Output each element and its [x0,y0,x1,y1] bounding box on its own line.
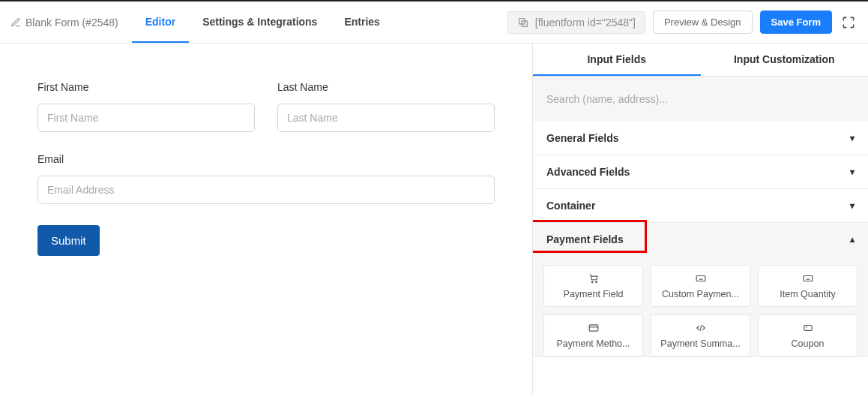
section-container-label: Container [546,200,595,212]
section-payment-label: Payment Fields [546,233,624,245]
field-card[interactable]: Coupon [758,314,858,356]
first-name-field: First Name [37,81,255,132]
form-canvas: First Name Last Name Email Submit [0,44,532,395]
section-advanced-fields: Advanced Fields ▾ [533,155,868,189]
copy-icon [517,17,529,29]
section-advanced-label: Advanced Fields [546,166,630,178]
tab-input-fields[interactable]: Input Fields [533,44,701,76]
svg-point-3 [595,281,597,282]
shortcode-text: [fluentform id="2548"] [535,17,636,29]
field-card-label: Payment Metho... [557,338,630,349]
chevron-down-icon: ▾ [850,167,855,177]
email-input[interactable] [37,176,495,204]
main: First Name Last Name Email Submit Input … [0,44,868,395]
chevron-down-icon: ▾ [850,133,855,143]
save-form-button[interactable]: Save Form [760,11,832,34]
cart-icon [588,273,600,286]
submit-button[interactable]: Submit [37,225,100,256]
section-general-label: General Fields [546,132,618,144]
shortcode-box[interactable]: [fluentform id="2548"] [507,11,645,34]
field-card-label: Custom Paymen... [662,289,739,299]
form-title-text: Blank Form (#2548) [25,17,118,29]
section-general-fields-head[interactable]: General Fields ▾ [533,122,868,155]
form-title[interactable]: Blank Form (#2548) [10,17,132,29]
panel-search-wrap [533,77,868,122]
tab-entries[interactable]: Entries [331,2,393,43]
keyboard-icon [694,273,708,286]
keyboard-icon [801,273,815,286]
svg-rect-6 [589,324,598,330]
svg-point-2 [591,281,593,282]
field-card[interactable]: Custom Paymen... [651,265,750,307]
field-card-label: Payment Field [564,289,624,299]
field-card-label: Payment Summa... [660,338,740,349]
last-name-input[interactable] [277,104,495,132]
field-card-label: Item Quantity [780,289,835,299]
tab-settings[interactable]: Settings & Integrations [189,2,331,43]
code-icon [694,323,708,335]
section-general-fields: General Fields ▾ [533,122,868,155]
fullscreen-icon [841,15,856,30]
svg-rect-7 [804,325,812,330]
panel-search-input[interactable] [543,87,858,111]
first-name-label: First Name [37,81,255,93]
pencil-icon [10,17,21,28]
field-card[interactable]: Payment Field [543,265,643,307]
main-tabs: Editor Settings & Integrations Entries [132,2,394,43]
chevron-down-icon: ▾ [850,200,855,211]
section-payment-fields-head[interactable]: Payment Fields ▴ [533,223,868,256]
payment-fields-grid: Payment FieldCustom Paymen...Item Quanti… [533,256,868,356]
name-row: First Name Last Name [37,81,495,132]
section-container-head[interactable]: Container ▾ [533,189,868,222]
preview-design-button[interactable]: Preview & Design [653,11,753,34]
field-card[interactable]: Payment Summa... [651,314,750,356]
email-field: Email [37,153,495,204]
svg-rect-5 [804,275,813,281]
panel-inner: General Fields ▾ Rectangle Advanced Fiel… [533,77,868,395]
svg-rect-4 [696,275,705,281]
ticket-icon [801,323,815,335]
field-card-label: Coupon [792,338,825,349]
tab-input-customization[interactable]: Input Customization [701,44,869,76]
email-label: Email [37,153,495,165]
card-icon [587,323,600,335]
topbar: Blank Form (#2548) Editor Settings & Int… [0,2,868,44]
field-card[interactable]: Item Quantity [758,265,858,307]
section-payment-fields: Payment Fields ▴ Payment FieldCustom Pay… [533,223,868,357]
fullscreen-button[interactable] [840,14,858,32]
section-advanced-fields-head[interactable]: Advanced Fields ▾ [533,155,868,188]
section-container: Container ▾ [533,189,868,223]
panel-tabs: Input Fields Input Customization [533,44,868,77]
right-panel: Input Fields Input Customization General… [532,44,868,395]
tab-editor[interactable]: Editor [132,2,189,43]
chevron-up-icon: ▴ [850,234,855,245]
last-name-label: Last Name [277,81,495,93]
first-name-input[interactable] [37,104,255,132]
field-card[interactable]: Payment Metho... [543,314,643,356]
last-name-field: Last Name [277,81,495,132]
